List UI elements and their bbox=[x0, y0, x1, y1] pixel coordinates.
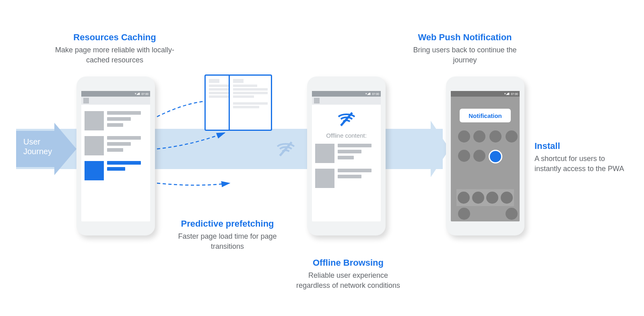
phone-caching: ▾◢▮07:00 bbox=[76, 76, 155, 235]
caching-desc: Make page more reliable with locally-cac… bbox=[52, 45, 177, 65]
offline-content-label: Offline content: bbox=[312, 132, 381, 139]
user-journey-label: UserJourney bbox=[23, 137, 52, 156]
offline-title: Offline Browsing bbox=[296, 258, 400, 268]
list-item bbox=[85, 111, 147, 130]
list-item bbox=[85, 136, 147, 155]
app-icon bbox=[506, 130, 518, 143]
status-bar: ▾◢▮07:00 bbox=[451, 91, 520, 97]
flow-dash bbox=[392, 129, 398, 169]
caption-caching: Resources Caching Make page more reliabl… bbox=[52, 32, 177, 65]
app-icon bbox=[473, 150, 485, 162]
install-desc: A shortcut for users to instantly access… bbox=[535, 154, 631, 174]
notification-bubble: Notification bbox=[460, 109, 511, 122]
prefetch-title: Predictive prefetching bbox=[167, 219, 288, 229]
phone-offline: ▾◢▮07:00 Offline content: bbox=[307, 76, 386, 235]
app-icon bbox=[458, 208, 470, 220]
push-desc: Bring users back to continue the journey bbox=[402, 45, 527, 65]
app-icon bbox=[489, 130, 502, 143]
status-bar: ▾◢▮07:00 bbox=[312, 91, 381, 97]
app-icon bbox=[458, 150, 470, 162]
list-item-selected bbox=[85, 161, 147, 180]
install-title: Install bbox=[535, 141, 631, 151]
status-time: 07:00 bbox=[372, 93, 379, 95]
prefetch-card bbox=[229, 74, 272, 131]
toolbar bbox=[81, 97, 150, 105]
signal-icon: ▾◢▮ bbox=[504, 92, 510, 95]
wifi-off-icon bbox=[336, 111, 357, 129]
status-bar: ▾◢▮07:00 bbox=[81, 91, 150, 97]
app-icon-pwa bbox=[489, 150, 502, 163]
wifi-off-band-icon bbox=[276, 139, 296, 161]
phone-offline-screen: ▾◢▮07:00 Offline content: bbox=[312, 91, 381, 221]
offline-desc: Reliable user experience regardless of n… bbox=[296, 271, 400, 291]
list-item bbox=[315, 169, 378, 188]
dock-icon bbox=[472, 192, 484, 204]
caching-title: Resources Caching bbox=[52, 32, 177, 43]
app-icon bbox=[506, 208, 518, 220]
status-time: 07:00 bbox=[511, 93, 518, 95]
list-item bbox=[315, 144, 378, 163]
flow-arrowhead bbox=[419, 121, 450, 179]
caption-prefetch: Predictive prefetching Faster page load … bbox=[167, 219, 288, 252]
app-icon bbox=[473, 130, 485, 143]
app-icon bbox=[458, 130, 470, 143]
dock bbox=[456, 189, 514, 206]
dock-icon bbox=[486, 192, 498, 204]
caption-install: Install A shortcut for users to instantl… bbox=[535, 141, 631, 174]
phone-caching-screen: ▾◢▮07:00 bbox=[81, 91, 150, 221]
push-title: Web Push Notification bbox=[402, 32, 527, 43]
toolbar bbox=[312, 97, 381, 105]
caption-push: Web Push Notification Bring users back t… bbox=[402, 32, 527, 65]
svg-marker-3 bbox=[419, 121, 450, 177]
caption-offline: Offline Browsing Reliable user experienc… bbox=[296, 258, 400, 291]
flow-dash bbox=[402, 129, 407, 169]
dock-icon bbox=[458, 192, 470, 204]
dock-icon bbox=[501, 192, 513, 204]
signal-icon: ▾◢▮ bbox=[365, 92, 371, 95]
phone-homescreen-screen: ▾◢▮07:00 Notification bbox=[451, 91, 520, 221]
signal-icon: ▾◢▮ bbox=[135, 92, 140, 95]
status-time: 07:00 bbox=[141, 93, 149, 95]
phone-homescreen: ▾◢▮07:00 Notification bbox=[446, 76, 524, 235]
user-journey-text: UserJourney bbox=[23, 137, 52, 156]
prefetch-desc: Faster page load time for page transitio… bbox=[167, 231, 288, 252]
flow-dash bbox=[411, 129, 417, 169]
